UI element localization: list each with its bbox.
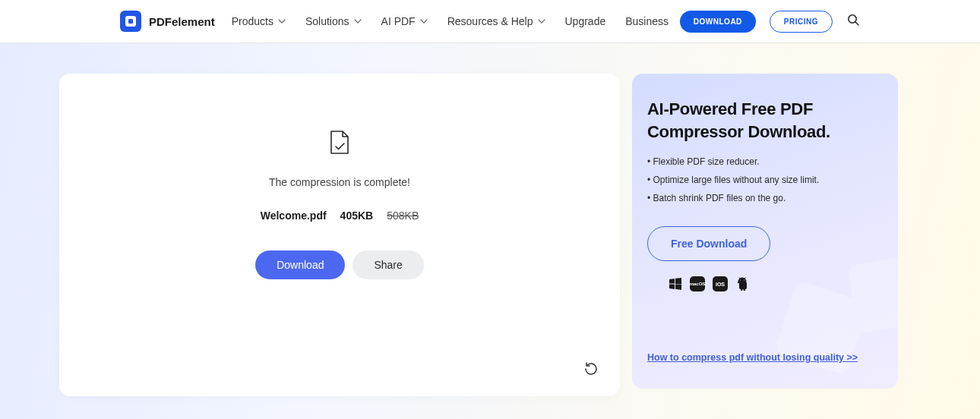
compression-result-card: The compression is complete! Welcome.pdf… [59,74,620,396]
free-download-button[interactable]: Free Download [647,226,770,261]
bullet-item: • Optimize large files without any size … [647,175,883,185]
brand-logo-icon [120,11,141,32]
nav-ai-pdf[interactable]: AI PDF [381,15,428,27]
nav-label: Business [625,15,669,27]
brand-name: PDFelement [149,15,215,28]
share-button[interactable]: Share [352,250,423,279]
header-pricing-button[interactable]: PRICING [770,11,833,33]
bullet-item: • Batch shrink PDF files on the go. [647,193,883,203]
download-button[interactable]: Download [255,250,345,279]
decorative-shapes [776,260,898,389]
brand-logo-group[interactable]: PDFelement [120,11,215,32]
promo-title: AI-Powered Free PDF Compressor Download. [647,98,883,143]
result-actions: Download Share [255,250,424,279]
chevron-down-icon [420,19,428,24]
windows-icon [669,277,682,291]
nav-label: Upgrade [565,15,606,27]
top-nav: PDFelement Products Solutions AI PDF Res… [0,0,980,43]
svg-line-1 [855,22,858,25]
header-download-button[interactable]: DOWNLOAD [680,11,756,33]
nav-label: AI PDF [381,15,416,27]
nav-label: Solutions [305,15,349,27]
ios-icon: iOS [713,276,728,291]
status-message: The compression is complete! [269,176,410,188]
chevron-down-icon [354,19,362,24]
macos-icon: macOS [690,276,705,291]
nav-business[interactable]: Business [625,15,669,27]
guide-link[interactable]: How to compress pdf without losing quali… [647,352,858,363]
chevron-down-icon [278,19,286,24]
file-info-row: Welcome.pdf 405KB 508KB [261,210,419,222]
file-size-new: 405KB [340,210,374,222]
reset-icon[interactable] [583,361,599,380]
bullet-item: • Flexible PDF size reducer. [647,156,883,167]
nav-solutions[interactable]: Solutions [305,15,362,27]
file-check-icon [329,131,350,158]
promo-bullets: • Flexible PDF size reducer. • Optimize … [647,156,883,203]
nav-menu: Products Solutions AI PDF Resources & He… [232,15,680,27]
nav-products[interactable]: Products [232,15,286,27]
search-icon[interactable] [846,13,860,30]
promo-card: AI-Powered Free PDF Compressor Download.… [632,74,898,389]
nav-label: Resources & Help [447,15,533,27]
svg-point-2 [740,280,741,281]
main-content: The compression is complete! Welcome.pdf… [0,43,980,419]
nav-resources[interactable]: Resources & Help [447,15,545,27]
file-size-old: 508KB [387,210,419,222]
nav-upgrade[interactable]: Upgrade [565,15,606,27]
header-actions: DOWNLOAD PRICING [680,11,860,33]
nav-label: Products [232,15,273,27]
android-icon [735,277,749,291]
file-name: Welcome.pdf [261,210,327,222]
svg-point-3 [744,280,744,281]
chevron-down-icon [538,19,545,24]
